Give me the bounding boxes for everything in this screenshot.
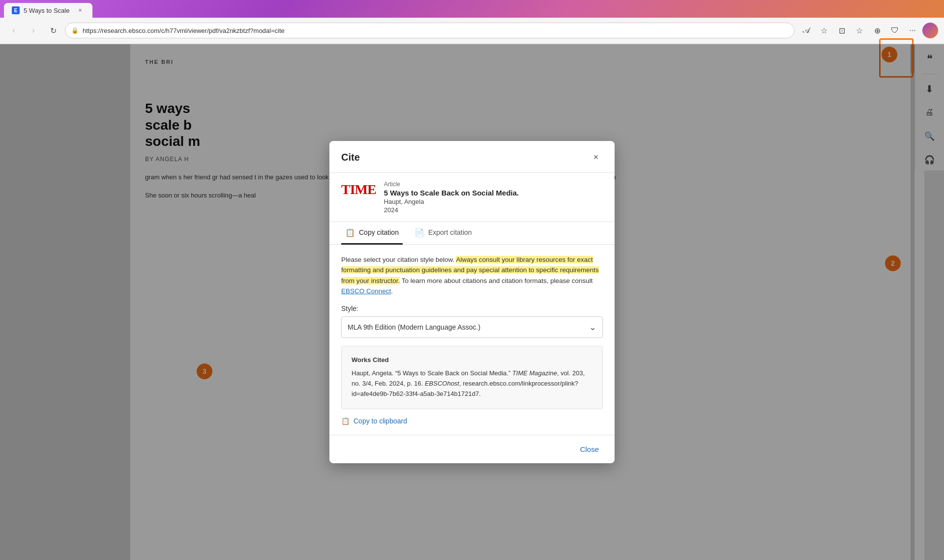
notice-text: Please select your citation style below.… bbox=[341, 254, 603, 297]
ebsco-connect-link[interactable]: EBSCO Connect bbox=[341, 287, 391, 295]
collections-button[interactable]: ☆ bbox=[852, 23, 867, 38]
citation-title: “5 Ways to Scale Back on Social Media.” bbox=[393, 369, 512, 377]
favorites-button[interactable]: ☆ bbox=[816, 23, 832, 38]
works-cited-label: Works Cited bbox=[352, 356, 592, 364]
extensions-button[interactable]: ⊕ bbox=[869, 23, 885, 38]
forward-button[interactable]: › bbox=[26, 23, 41, 38]
citation-host: EBSCOhost bbox=[423, 380, 459, 387]
time-logo: TIME bbox=[341, 181, 376, 196]
citation-journal: TIME Magazine bbox=[512, 369, 557, 377]
more-button[interactable]: ··· bbox=[905, 23, 920, 38]
lock-icon: 🔒 bbox=[71, 27, 79, 34]
url-text: https://research.ebsco.com/c/h77vml/view… bbox=[83, 27, 788, 34]
article-type: Article bbox=[384, 181, 519, 188]
dropdown-arrow-icon: ⌄ bbox=[589, 322, 596, 333]
tab-title: 5 Ways to Scale bbox=[24, 7, 69, 14]
article-author: Haupt, Angela bbox=[384, 198, 519, 205]
export-citation-label: Export citation bbox=[428, 228, 472, 236]
modal-body: Please select your citation style below.… bbox=[329, 245, 615, 435]
refresh-button[interactable]: ↻ bbox=[45, 23, 61, 38]
read-aloud-button[interactable]: 𝒜 bbox=[798, 23, 814, 38]
citation-text: Haupt, Angela. “5 Ways to Scale Back on … bbox=[352, 368, 592, 399]
export-citation-tab[interactable]: 📄 Export citation bbox=[411, 222, 476, 245]
modal-footer-close-button[interactable]: Close bbox=[576, 443, 603, 455]
modal-header: Cite × bbox=[329, 141, 615, 173]
article-meta: Article 5 Ways to Scale Back on Social M… bbox=[384, 181, 519, 214]
browser-nav-icons: 𝒜 ☆ ⊡ ☆ ⊕ 🛡 ··· bbox=[798, 23, 938, 38]
modal-close-button[interactable]: × bbox=[589, 151, 603, 165]
article-year: 2024 bbox=[384, 206, 519, 214]
modal-title: Cite bbox=[341, 152, 360, 163]
profile-button[interactable] bbox=[922, 23, 938, 38]
navigation-bar: ‹ › ↻ 🔒 https://research.ebsco.com/c/h77… bbox=[0, 18, 944, 43]
copy-citation-label: Copy citation bbox=[359, 228, 399, 236]
modal-footer: Close bbox=[329, 435, 615, 463]
copy-to-clipboard-button[interactable]: 📋 Copy to clipboard bbox=[341, 417, 407, 425]
tab-close-button[interactable]: × bbox=[76, 6, 85, 15]
citation-box: Works Cited Haupt, Angela. “5 Ways to Sc… bbox=[341, 346, 603, 409]
style-dropdown[interactable]: MLA 9th Edition (Modern Language Assoc.)… bbox=[341, 316, 603, 338]
copy-icon: 📋 bbox=[345, 228, 355, 237]
tab-bar: E 5 Ways to Scale × bbox=[0, 0, 944, 18]
notice-pre: Please select your citation style below. bbox=[341, 256, 456, 263]
style-label: Style: bbox=[341, 305, 603, 312]
back-button[interactable]: ‹ bbox=[6, 23, 22, 38]
export-icon: 📄 bbox=[414, 228, 424, 237]
copy-to-clipboard-label: Copy to clipboard bbox=[354, 417, 407, 425]
article-title: 5 Ways to Scale Back on Social Media. bbox=[384, 189, 519, 197]
style-value: MLA 9th Edition (Modern Language Assoc.) bbox=[348, 323, 480, 331]
notice-post: To learn more about citations and citati… bbox=[400, 277, 592, 284]
tab-favicon: E bbox=[12, 6, 20, 14]
modal-overlay: Cite × TIME Article 5 Ways to Scale Back… bbox=[0, 44, 944, 560]
active-tab[interactable]: E 5 Ways to Scale × bbox=[4, 3, 92, 18]
citation-author: Haupt, Angela. bbox=[352, 369, 393, 377]
split-view-button[interactable]: ⊡ bbox=[834, 23, 850, 38]
cite-modal: Cite × TIME Article 5 Ways to Scale Back… bbox=[329, 141, 615, 464]
modal-tabs: 📋 Copy citation 📄 Export citation bbox=[329, 222, 615, 245]
shields-button[interactable]: 🛡 bbox=[887, 23, 903, 38]
address-bar[interactable]: 🔒 https://research.ebsco.com/c/h77vml/vi… bbox=[65, 23, 795, 38]
copy-icon-inline: 📋 bbox=[341, 417, 350, 425]
copy-citation-tab[interactable]: 📋 Copy citation bbox=[341, 222, 403, 245]
browser-chrome: E 5 Ways to Scale × ‹ › ↻ 🔒 https://rese… bbox=[0, 0, 944, 44]
article-info: TIME Article 5 Ways to Scale Back on Soc… bbox=[329, 173, 615, 222]
